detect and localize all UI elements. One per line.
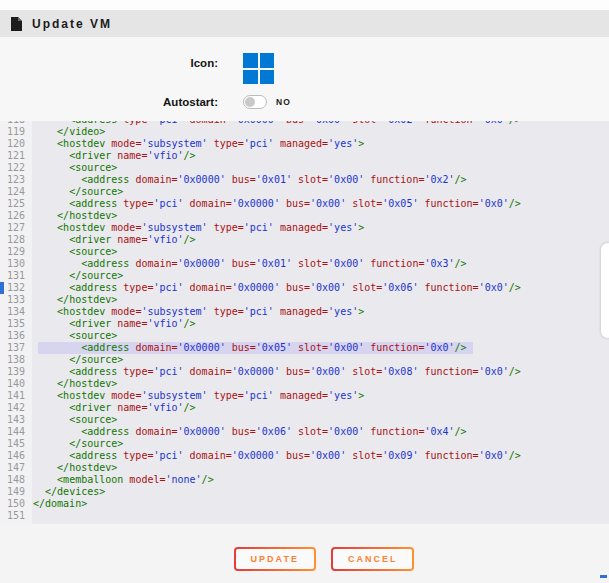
code-line-text: <address domain='0x0000' bus='0x05' slot… bbox=[32, 342, 473, 354]
scrollbar-thumb[interactable] bbox=[601, 243, 609, 338]
code-line: 121 <driver name='vfio'/> bbox=[0, 150, 609, 162]
code-line: 146 <address type='pci' domain='0x0000' … bbox=[0, 450, 609, 462]
cancel-button[interactable]: CANCEL bbox=[331, 547, 415, 571]
windows-logo-square bbox=[260, 53, 275, 68]
code-line-text: <driver name='vfio'/> bbox=[32, 318, 196, 330]
update-button[interactable]: UPDATE bbox=[234, 547, 316, 571]
line-number: 123 bbox=[0, 174, 32, 186]
xml-code-editor[interactable]: 118 <address type='pci' domain='0x0000' … bbox=[0, 121, 609, 524]
windows-logo-square bbox=[243, 70, 258, 85]
line-number: 150 bbox=[0, 498, 32, 510]
line-number: 146 bbox=[0, 450, 32, 462]
code-line-text: <address type='pci' domain='0x0000' bus=… bbox=[32, 366, 521, 378]
icon-label: Icon: bbox=[0, 57, 218, 84]
code-line-text: </source> bbox=[32, 354, 123, 366]
code-line: 138 </source> bbox=[0, 354, 609, 366]
code-line: 125 <address type='pci' domain='0x0000' … bbox=[0, 198, 609, 210]
line-number: 121 bbox=[0, 150, 32, 162]
code-line-text: <source> bbox=[32, 162, 117, 174]
code-line: 129 <source> bbox=[0, 246, 609, 258]
code-line-text: <source> bbox=[32, 330, 117, 342]
code-line-text: <hostdev mode='subsystem' type='pci' man… bbox=[32, 222, 364, 234]
code-line: 119 </video> bbox=[0, 126, 609, 138]
line-number: 130 bbox=[0, 258, 32, 270]
code-line-text: </hostdev> bbox=[32, 378, 117, 390]
code-line: 120 <hostdev mode='subsystem' type='pci'… bbox=[0, 138, 609, 150]
code-line-text: <address domain='0x0000' bus='0x01' slot… bbox=[32, 174, 467, 186]
windows-logo-icon[interactable] bbox=[243, 53, 274, 84]
line-number: 151 bbox=[0, 510, 32, 522]
toggle-knob bbox=[245, 97, 255, 107]
code-line-text: <memballoon model='none'/> bbox=[32, 474, 214, 486]
code-line: 135 <driver name='vfio'/> bbox=[0, 318, 609, 330]
dialog-footer: UPDATE CANCEL bbox=[0, 524, 609, 583]
code-lines: 118 <address type='pci' domain='0x0000' … bbox=[0, 121, 609, 522]
code-line-text: <driver name='vfio'/> bbox=[32, 150, 196, 162]
windows-logo-square bbox=[243, 53, 258, 68]
line-number: 145 bbox=[0, 438, 32, 450]
autostart-toggle[interactable] bbox=[243, 95, 267, 109]
code-line: 122 <source> bbox=[0, 162, 609, 174]
code-line: 126 </hostdev> bbox=[0, 210, 609, 222]
corner-marker bbox=[600, 575, 607, 578]
code-line: 142 <driver name='vfio'/> bbox=[0, 402, 609, 414]
code-line-text: <hostdev mode='subsystem' type='pci' man… bbox=[32, 306, 364, 318]
code-line: 128 <driver name='vfio'/> bbox=[0, 234, 609, 246]
line-number: 119 bbox=[0, 126, 32, 138]
code-line-text: </devices> bbox=[32, 486, 105, 498]
code-line-text: <address type='pci' domain='0x0000' bus=… bbox=[32, 282, 521, 294]
code-line-text: </hostdev> bbox=[32, 210, 117, 222]
code-line: 130 <address domain='0x0000' bus='0x01' … bbox=[0, 258, 609, 270]
code-line-text: <driver name='vfio'/> bbox=[32, 402, 196, 414]
line-number: 134 bbox=[0, 306, 32, 318]
line-number: 138 bbox=[0, 354, 32, 366]
document-edit-icon bbox=[10, 17, 23, 31]
line-number: 128 bbox=[0, 234, 32, 246]
windows-logo-square bbox=[260, 70, 275, 85]
line-number: 133 bbox=[0, 294, 32, 306]
code-line-text: <address type='pci' domain='0x0000' bus=… bbox=[32, 198, 521, 210]
code-line: 151 bbox=[0, 510, 609, 522]
code-line: 148 <memballoon model='none'/> bbox=[0, 474, 609, 486]
code-line: 149 </devices> bbox=[0, 486, 609, 498]
code-line-text: </video> bbox=[32, 126, 105, 138]
line-number: 144 bbox=[0, 426, 32, 438]
code-line-text: <address type='pci' domain='0x0000' bus=… bbox=[32, 450, 521, 462]
line-number: 148 bbox=[0, 474, 32, 486]
line-number: 136 bbox=[0, 330, 32, 342]
code-line: 140 </hostdev> bbox=[0, 378, 609, 390]
code-line-text: </domain> bbox=[32, 498, 87, 510]
code-line: 144 <address domain='0x0000' bus='0x06' … bbox=[0, 426, 609, 438]
code-line-text: </source> bbox=[32, 270, 123, 282]
code-line-text: <address domain='0x0000' bus='0x06' slot… bbox=[32, 426, 467, 438]
line-number: 120 bbox=[0, 138, 32, 150]
code-line: 134 <hostdev mode='subsystem' type='pci'… bbox=[0, 306, 609, 318]
code-line-text: </hostdev> bbox=[32, 294, 117, 306]
line-number: 135 bbox=[0, 318, 32, 330]
line-number: 125 bbox=[0, 198, 32, 210]
code-line-text: <hostdev mode='subsystem' type='pci' man… bbox=[32, 390, 364, 402]
autostart-state: NO bbox=[276, 97, 291, 107]
line-number: 129 bbox=[0, 246, 32, 258]
code-line: 147 </hostdev> bbox=[0, 462, 609, 474]
line-number: 139 bbox=[0, 366, 32, 378]
code-line-text: </source> bbox=[32, 186, 123, 198]
line-number: 142 bbox=[0, 402, 32, 414]
code-line: 136 <source> bbox=[0, 330, 609, 342]
line-number: 132 bbox=[0, 282, 32, 294]
code-line: 132 <address type='pci' domain='0x0000' … bbox=[0, 282, 609, 294]
line-number: 147 bbox=[0, 462, 32, 474]
code-line: 139 <address type='pci' domain='0x0000' … bbox=[0, 366, 609, 378]
code-line: 150</domain> bbox=[0, 498, 609, 510]
line-number: 137 bbox=[0, 342, 32, 354]
code-line-text: <source> bbox=[32, 414, 117, 426]
code-line-text bbox=[32, 510, 33, 522]
line-number: 124 bbox=[0, 186, 32, 198]
line-number: 143 bbox=[0, 414, 32, 426]
code-line: 124 </source> bbox=[0, 186, 609, 198]
code-line: 131 </source> bbox=[0, 270, 609, 282]
code-line: 143 <source> bbox=[0, 414, 609, 426]
code-line: 123 <address domain='0x0000' bus='0x01' … bbox=[0, 174, 609, 186]
line-number: 122 bbox=[0, 162, 32, 174]
line-number: 131 bbox=[0, 270, 32, 282]
